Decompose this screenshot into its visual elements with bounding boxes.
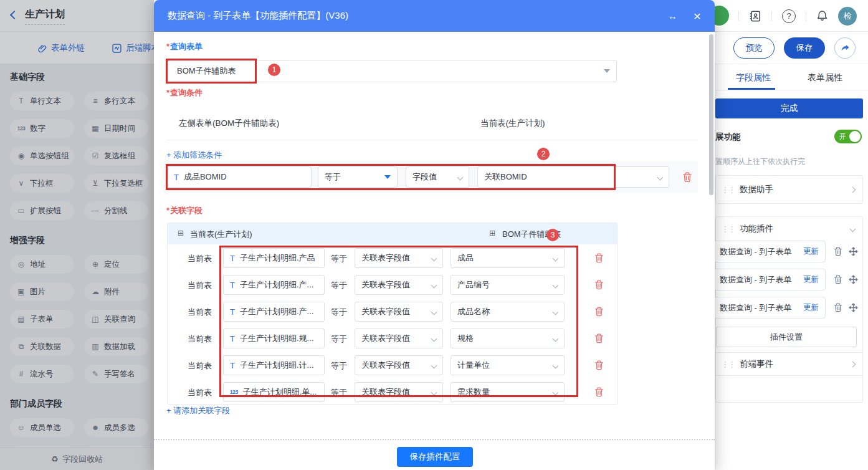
delete-plugin-icon[interactable] — [833, 302, 843, 312]
add-filter-condition-link[interactable]: + 添加筛选条件 — [166, 150, 222, 161]
form-external-link[interactable]: 表单外链 — [37, 42, 85, 54]
field-pill-signature[interactable]: ✎手写签名 — [84, 365, 148, 383]
extended-function-toggle[interactable]: 开 — [834, 130, 862, 143]
move-plugin-icon[interactable] — [849, 303, 858, 312]
tab-form-properties[interactable]: 表单属性 — [808, 64, 842, 90]
bell-icon[interactable] — [816, 10, 828, 22]
modal-scrollbar-thumb[interactable] — [709, 34, 713, 195]
plugin-update-link[interactable]: 更新 — [803, 246, 819, 257]
relate-target-select[interactable]: 成品名称 — [451, 302, 565, 322]
relate-field-row: 当前表 123子生产计划明细.单... 等于 关联表字段值 需求数量 — [168, 378, 617, 405]
drag-handle-icon[interactable]: ⋮⋮ — [721, 360, 735, 369]
field-pill-member-single[interactable]: ☺成员单选 — [10, 418, 74, 437]
expand-icon[interactable]: ↔ — [668, 11, 677, 21]
relate-target-select[interactable]: 规格 — [451, 329, 565, 348]
delete-condition-icon[interactable] — [682, 171, 693, 183]
plugin-item[interactable]: 数据查询 - 到子表单 更新 — [712, 297, 826, 319]
field-pill-multi-line-text[interactable]: ≡多行文本 — [84, 92, 148, 110]
share-button[interactable] — [834, 37, 856, 59]
relate-field-input[interactable]: T子生产计划明细.产... — [223, 275, 325, 295]
relate-value-type-select[interactable]: 关联表字段值 — [355, 329, 443, 348]
function-plugins-header[interactable]: ⋮⋮ 功能插件 — [716, 217, 862, 241]
preview-button[interactable]: 预览 — [733, 37, 775, 59]
relate-value-type-select[interactable]: 关联表字段值 — [355, 302, 443, 322]
field-pill-subform[interactable]: ▤子表单 — [10, 310, 74, 329]
drag-handle-icon[interactable]: ⋮⋮ — [721, 224, 735, 234]
backend-script-link[interactable]: 后端脚本 — [112, 42, 160, 54]
chevron-down-icon — [657, 174, 664, 180]
field-pill-divider-line[interactable]: —分割线 — [84, 201, 148, 220]
delete-plugin-icon[interactable] — [833, 246, 843, 256]
relate-target-select[interactable]: 需求数量 — [451, 382, 565, 402]
relate-value-type-select[interactable]: 关联表字段值 — [355, 275, 443, 295]
field-pill-multi-dropdown[interactable]: ⊻下拉复选框 — [84, 174, 148, 193]
back-icon[interactable] — [10, 11, 19, 19]
field-pill-attachment[interactable]: ☁附件 — [84, 282, 148, 301]
plugin-settings-button[interactable]: 插件设置 — [716, 327, 857, 347]
relate-target-select[interactable]: 产品编号 — [451, 275, 565, 295]
filter-value-select[interactable]: 关联BOMID — [477, 166, 669, 188]
query-form-select[interactable]: BOM子件辅助表 — [166, 60, 617, 82]
delete-row-icon[interactable] — [594, 279, 604, 290]
filter-field-input[interactable]: T 成品BOMID — [167, 166, 312, 188]
relate-value-type-select[interactable]: 关联表字段值 — [355, 382, 443, 402]
field-pill-checkbox-group[interactable]: ☑复选框组 — [84, 146, 148, 165]
plugin-item[interactable]: 数据查询 - 到子表单 更新 — [712, 241, 826, 262]
plugin-update-link[interactable]: 更新 — [803, 274, 819, 285]
delete-row-icon[interactable] — [594, 386, 604, 397]
delete-plugin-icon[interactable] — [833, 274, 843, 284]
field-pill-datetime[interactable]: ▦日期时间 — [84, 119, 148, 138]
filter-operator-select[interactable]: 等于 — [318, 166, 398, 188]
delete-row-icon[interactable] — [594, 252, 604, 263]
save-plugin-config-button[interactable]: 保存插件配置 — [397, 447, 473, 467]
frontend-events-row[interactable]: ⋮⋮ 前端事件 — [716, 353, 862, 375]
delete-row-icon[interactable] — [594, 360, 604, 370]
field-pill-relate-data[interactable]: ⧉关联数据 — [10, 337, 74, 356]
relate-field-input[interactable]: 123子生产计划明细.单... — [223, 382, 325, 402]
field-pill-single-line-text[interactable]: T单行文本 — [10, 92, 74, 110]
field-pill-radio-group[interactable]: ◉单选按钮组 — [10, 146, 74, 165]
relate-field-input[interactable]: T子生产计划明细.规... — [223, 329, 325, 348]
help-icon[interactable]: ? — [782, 9, 796, 23]
field-recycle-bin[interactable]: ♻ 字段回收站 — [0, 448, 154, 470]
relate-value-type-select[interactable]: 关联表字段值 — [355, 248, 443, 268]
drag-handle-icon[interactable]: ⋮⋮ — [721, 185, 735, 194]
field-pill-number[interactable]: 123数字 — [10, 119, 74, 138]
delete-row-icon[interactable] — [594, 333, 604, 343]
relate-value-type-select[interactable]: 关联表字段值 — [355, 355, 443, 375]
relate-field-input[interactable]: T子生产计划明细.计... — [223, 355, 325, 375]
data-helper-row[interactable]: ⋮⋮ 数据助手 — [716, 176, 862, 203]
field-pill-location[interactable]: ⊕定位 — [84, 255, 148, 274]
filter-value-type-select[interactable]: 字段值 — [406, 166, 469, 188]
field-pill-serial-number[interactable]: #流水号 — [10, 365, 74, 383]
contacts-icon[interactable] — [749, 10, 761, 22]
field-pill-data-load[interactable]: ▥数据加载 — [84, 337, 148, 356]
field-pill-image[interactable]: ▣图片 — [10, 282, 74, 301]
relate-target-select[interactable]: 计量单位 — [451, 355, 565, 375]
plugin-update-link[interactable]: 更新 — [803, 302, 819, 313]
field-pill-dropdown[interactable]: ∨下拉框 — [10, 174, 74, 193]
field-pill-member-multi[interactable]: ☻成员多选 — [84, 418, 148, 437]
tab-field-properties[interactable]: 字段属性 — [736, 64, 771, 90]
plugin-item-label: 数据查询 - 到子表单 — [720, 302, 803, 314]
chevron-down-icon — [431, 335, 437, 342]
section-heading-enhanced: 增强字段 — [10, 235, 154, 246]
add-relate-field-link[interactable]: + 请添加关联字段 — [166, 405, 230, 416]
save-button[interactable]: 保存 — [784, 37, 825, 59]
field-pill-address[interactable]: ◎地址 — [10, 255, 74, 274]
move-plugin-icon[interactable] — [849, 275, 858, 284]
relate-target-select[interactable]: 成品 — [451, 248, 565, 268]
user-avatar[interactable]: 检 — [838, 7, 857, 26]
move-plugin-icon[interactable] — [849, 247, 858, 256]
plugin-item[interactable]: 数据查询 - 到子表单 更新 — [712, 269, 826, 290]
text-field-icon: T — [230, 254, 235, 263]
done-button[interactable]: 完成 — [715, 98, 863, 118]
close-icon[interactable]: × — [694, 9, 701, 22]
required-mark: * — [166, 206, 169, 215]
delete-row-icon[interactable] — [594, 306, 604, 317]
image-icon: ▣ — [17, 287, 26, 296]
field-pill-relate-query[interactable]: ◫关联查询 — [84, 310, 148, 329]
relate-field-input[interactable]: T子生产计划明细.产品 — [223, 248, 325, 268]
relate-field-input[interactable]: T子生产计划明细.产... — [223, 302, 325, 322]
field-pill-extend-button[interactable]: ▭扩展按钮 — [10, 201, 74, 220]
